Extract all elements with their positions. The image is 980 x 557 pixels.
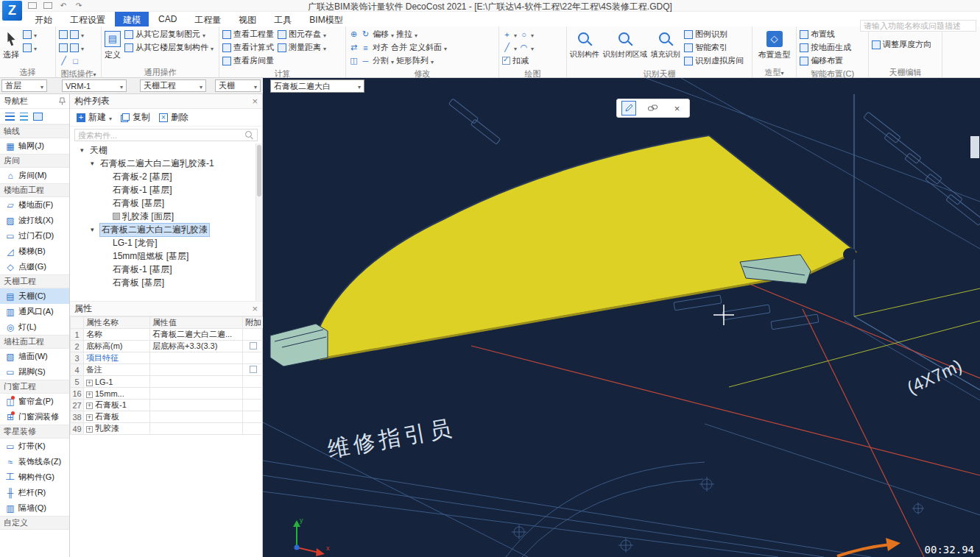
nav-section-header[interactable]: 房间 xyxy=(0,154,69,168)
property-row[interactable]: 27 石膏板-1 xyxy=(71,400,264,411)
sheet-edit-icon[interactable] xyxy=(59,43,68,52)
merge-button[interactable]: 合并 xyxy=(391,42,407,53)
generate-by-floor-button[interactable]: 按地面生成 xyxy=(800,41,851,54)
view-formula-button[interactable]: 查看计算式 xyxy=(222,41,274,54)
ribbon-tab[interactable]: 视图 xyxy=(230,12,264,26)
ceiling-slab[interactable] xyxy=(270,135,856,366)
property-value[interactable] xyxy=(150,400,243,411)
nav-item[interactable]: ▦ 轴网(J) xyxy=(0,138,69,154)
block-select[interactable]: VRM-1 xyxy=(62,79,127,92)
tree-item[interactable]: 15mm阻燃板 [基层] xyxy=(70,249,262,263)
tree-scrollbar-thumb[interactable] xyxy=(257,145,261,196)
nav-item[interactable]: ▭ 过门石(D) xyxy=(0,228,69,244)
recognize-virtual-room-button[interactable]: 识别虚拟房间 xyxy=(684,54,744,67)
tree-item[interactable]: 石膏板-2 [基层] xyxy=(70,170,262,183)
property-expand-icon[interactable] xyxy=(86,414,93,421)
type-select[interactable]: 天棚 xyxy=(215,79,261,92)
nav-item[interactable]: 工 钢构件(G) xyxy=(0,469,69,485)
tree-item[interactable]: 天棚 xyxy=(70,143,262,157)
nav-panel-toggle-icon[interactable] xyxy=(33,113,43,121)
nav-item[interactable]: ≈ 装饰线条(Z) xyxy=(0,454,69,469)
component-list-close-icon[interactable] xyxy=(252,96,258,106)
tree-expand-icon[interactable] xyxy=(91,226,98,233)
smart-index-button[interactable]: 智能索引 xyxy=(684,41,744,54)
ribbon-tab[interactable]: BIM模型 xyxy=(301,12,350,26)
ribbon-tab[interactable]: 开始 xyxy=(27,12,60,26)
sheet-show-icon[interactable] xyxy=(70,30,79,39)
sheet-lock-icon[interactable] xyxy=(59,30,68,39)
copy-component-button[interactable]: 复制 xyxy=(121,111,150,124)
tree-expand-icon[interactable] xyxy=(80,146,88,154)
trim-icon[interactable]: ◫ xyxy=(349,56,359,65)
attach-checkbox[interactable] xyxy=(250,342,257,350)
property-row[interactable]: 5 LG-1 xyxy=(71,376,264,388)
tree-expand-icon[interactable] xyxy=(91,160,98,167)
viewport-scrollbar-thumb[interactable] xyxy=(970,136,979,158)
draw-line-icon[interactable]: ╱ xyxy=(502,43,512,52)
ribbon-tab[interactable]: CAD xyxy=(150,12,185,26)
sheet-line-icon[interactable]: ╱ xyxy=(59,56,68,65)
nav-item[interactable]: ▥ 隔墙(Q) xyxy=(0,500,69,516)
nav-item[interactable]: ▥ 通风口(A) xyxy=(0,304,69,319)
fill-recognize-button[interactable]: 填充识别 xyxy=(651,28,680,60)
component-search-input[interactable] xyxy=(78,131,240,140)
property-value[interactable]: 石膏板二遍大白二遍... xyxy=(150,329,243,341)
property-row[interactable]: 38 石膏板 xyxy=(71,411,264,423)
search-icon[interactable] xyxy=(245,131,254,140)
property-expand-icon[interactable] xyxy=(86,391,93,398)
extend-icon[interactable]: ─ xyxy=(361,57,370,65)
tree-scrollbar[interactable] xyxy=(255,143,262,301)
ribbon-tab[interactable]: 工具 xyxy=(266,12,300,26)
property-expand-icon[interactable] xyxy=(86,426,93,433)
recognize-closed-region-button[interactable]: 识别封闭区域 xyxy=(603,28,647,60)
nav-item[interactable]: ▨ 波打线(X) xyxy=(0,213,69,228)
align-icon[interactable]: ≡ xyxy=(361,43,370,52)
property-value[interactable] xyxy=(150,423,243,435)
batch-select-button[interactable] xyxy=(23,41,37,54)
category-select[interactable]: 天棚工程 xyxy=(140,79,206,92)
nav-item[interactable]: ╫ 栏杆(R) xyxy=(0,485,69,500)
tree-item[interactable]: 石膏板二遍大白二遍乳胶漆-1 xyxy=(70,157,262,170)
property-value[interactable]: 层底标高+3.3(3.3) xyxy=(150,341,243,352)
measure-distance-button[interactable]: 测量距离 xyxy=(278,41,326,54)
place-shape-button[interactable]: ◇ 布置造型 xyxy=(758,28,791,60)
attach-checkbox[interactable] xyxy=(250,366,257,373)
tree-item[interactable]: LG-1 [龙骨] xyxy=(70,236,262,249)
view-quantity-button[interactable]: 查看工程量 xyxy=(222,28,274,40)
deduct-toggle[interactable]: 扣减 xyxy=(502,54,534,67)
rotate-icon[interactable]: ↻ xyxy=(361,29,370,39)
nav-section-header[interactable]: 自定义 xyxy=(0,516,69,530)
nav-item[interactable]: ◿ 楼梯(B) xyxy=(0,244,69,259)
tree-item[interactable]: 石膏板 [基层] xyxy=(70,276,262,289)
element-save-button[interactable]: 图元存盘 xyxy=(278,28,326,40)
nav-tree-view-icon[interactable] xyxy=(20,113,28,121)
nav-section-header[interactable]: 门窗工程 xyxy=(0,380,69,394)
app-logo-icon[interactable]: Z xyxy=(2,1,22,21)
offset-place-button[interactable]: 偏移布置 xyxy=(800,54,851,67)
adjust-thickness-button[interactable]: 调整厚度方向 xyxy=(872,38,931,51)
legend-recognize-button[interactable]: 图例识别 xyxy=(684,28,744,40)
property-expand-icon[interactable] xyxy=(86,380,93,386)
select-button[interactable]: 选择 xyxy=(3,28,19,60)
property-row[interactable]: 4 备注 xyxy=(71,364,264,376)
nav-item[interactable]: ⌂ 房间(M) xyxy=(0,168,69,183)
split-button[interactable]: 分割 xyxy=(373,55,389,66)
tree-item[interactable]: 石膏板-1 [基层] xyxy=(70,263,262,276)
property-value[interactable] xyxy=(150,352,243,364)
select-mode-button[interactable] xyxy=(23,28,37,40)
undo-icon[interactable]: ↶ xyxy=(59,1,68,10)
nav-section-header[interactable]: 天棚工程 xyxy=(0,274,69,288)
redo-icon[interactable]: ↷ xyxy=(74,1,83,10)
ribbon-tab[interactable]: 建模 xyxy=(115,12,149,26)
nav-section-header[interactable]: 轴线 xyxy=(0,124,69,138)
place-line-button[interactable]: 布置线 xyxy=(800,28,851,40)
viewport-3d[interactable]: 维修指引员 (4X7m) x y 00:32.94 xyxy=(263,78,980,557)
draw-point-icon[interactable]: + xyxy=(502,30,512,39)
nav-list-view-icon[interactable] xyxy=(5,113,15,121)
property-value[interactable] xyxy=(150,376,243,388)
tree-item[interactable]: 石膏板 [基层] xyxy=(70,196,262,210)
edit-region-tool-button[interactable] xyxy=(621,101,636,116)
nav-item[interactable]: ▭ 踢脚(S) xyxy=(0,364,69,380)
property-expand-icon[interactable] xyxy=(86,402,93,409)
mirror-icon[interactable]: ⇄ xyxy=(349,43,359,52)
